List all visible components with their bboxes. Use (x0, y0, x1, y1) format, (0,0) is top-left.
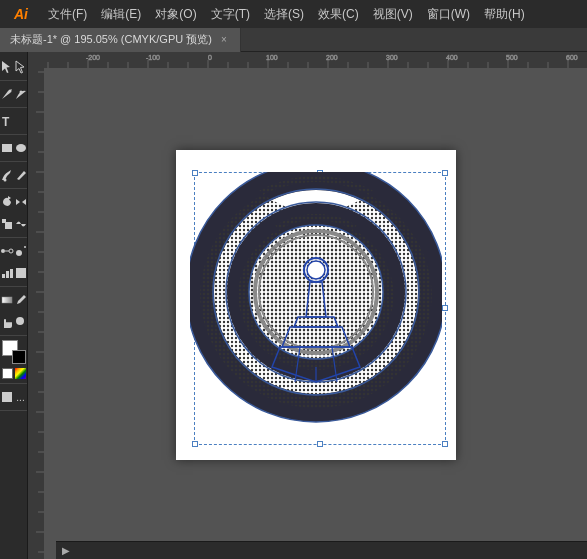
zoom-tool[interactable] (14, 311, 28, 333)
svg-text:100: 100 (266, 54, 278, 61)
tab-label: 未标题-1* @ 195.05% (CMYK/GPU 预览) (10, 32, 212, 47)
svg-point-8 (4, 179, 7, 182)
svg-marker-13 (22, 199, 26, 205)
svg-rect-35 (28, 52, 587, 68)
svg-rect-15 (2, 219, 6, 223)
pen-tools-group (0, 81, 27, 108)
svg-marker-0 (2, 61, 10, 73)
svg-point-22 (24, 246, 26, 248)
handle-tr[interactable] (442, 170, 448, 176)
menu-help[interactable]: 帮助(H) (478, 4, 531, 25)
color-icon[interactable] (15, 368, 26, 379)
svg-rect-72 (28, 52, 44, 559)
svg-text:400: 400 (446, 54, 458, 61)
title-bar: Ai 文件(F) 编辑(E) 对象(O) 文字(T) 选择(S) 效果(C) 视… (0, 0, 587, 28)
color-swatches-group (0, 336, 27, 384)
svg-text:-100: -100 (146, 54, 160, 61)
special-tools-group (0, 238, 27, 287)
selection-tools-group (0, 54, 27, 81)
svg-rect-23 (2, 274, 5, 278)
canvas-area[interactable]: -200 -100 0 100 200 300 (28, 52, 587, 559)
scale-tool[interactable] (0, 213, 14, 235)
curvature-tool[interactable] (14, 83, 28, 105)
ellipse-tool[interactable] (14, 137, 28, 159)
eyedropper-tool[interactable] (14, 289, 28, 311)
pen-tool[interactable] (0, 83, 14, 105)
extra-tools-group: ... (0, 384, 27, 411)
menu-window[interactable]: 窗口(W) (421, 4, 476, 25)
artboard-tool[interactable] (0, 386, 14, 408)
status-text: ▶ (62, 545, 70, 556)
warp-tool[interactable] (14, 213, 28, 235)
selection-tool[interactable] (0, 56, 14, 78)
gradient-tool[interactable] (0, 289, 14, 311)
text-tools-group: T (0, 108, 27, 135)
svg-point-31 (16, 317, 24, 325)
main-layout: T (0, 52, 587, 559)
more-tools[interactable]: ... (14, 386, 27, 408)
line-tool[interactable] (14, 110, 28, 132)
bottom-status-bar: ▶ (56, 541, 587, 559)
document-tab[interactable]: 未标题-1* @ 195.05% (CMYK/GPU 预览) × (0, 28, 241, 52)
svg-marker-1 (16, 61, 24, 73)
artboard (176, 150, 456, 460)
svg-rect-34 (4, 394, 10, 400)
antenna-graphic (190, 172, 442, 452)
menu-edit[interactable]: 编辑(E) (95, 4, 147, 25)
toolbar: T (0, 52, 28, 559)
canvas-inner (44, 68, 587, 541)
svg-text:-200: -200 (86, 54, 100, 61)
utility-tools-group (0, 287, 27, 336)
direct-selection-tool[interactable] (14, 56, 28, 78)
ai-logo: Ai (6, 0, 36, 28)
svg-rect-6 (2, 144, 12, 152)
svg-point-2 (9, 90, 12, 93)
paint-tools-group (0, 162, 27, 189)
rotate-tool[interactable] (0, 191, 14, 213)
pencil-tool[interactable] (14, 164, 28, 186)
svg-line-9 (16, 179, 17, 181)
menu-select[interactable]: 选择(S) (258, 4, 310, 25)
menu-type[interactable]: 文字(T) (205, 4, 256, 25)
tab-bar: 未标题-1* @ 195.05% (CMYK/GPU 预览) × (0, 28, 587, 52)
svg-point-20 (16, 250, 22, 256)
menu-file[interactable]: 文件(F) (42, 4, 93, 25)
horizontal-ruler: -200 -100 0 100 200 300 (28, 52, 587, 68)
svg-text:200: 200 (326, 54, 338, 61)
svg-line-32 (23, 324, 27, 328)
type-tool[interactable]: T (0, 110, 14, 132)
svg-line-5 (16, 116, 26, 126)
none-fill-icon[interactable] (2, 368, 13, 379)
svg-rect-26 (16, 268, 26, 278)
menu-effect[interactable]: 效果(C) (312, 4, 365, 25)
svg-rect-25 (10, 269, 13, 278)
svg-text:300: 300 (386, 54, 398, 61)
mesh-tool[interactable] (14, 262, 28, 284)
symbol-sprayer-tool[interactable] (14, 240, 28, 262)
svg-marker-12 (16, 199, 20, 205)
svg-text:600: 600 (566, 54, 578, 61)
shape-tools-group (0, 135, 27, 162)
svg-point-7 (16, 144, 26, 152)
menu-view[interactable]: 视图(V) (367, 4, 419, 25)
handle-mr[interactable] (442, 305, 448, 311)
transform-tools-group (0, 189, 27, 238)
svg-text:500: 500 (506, 54, 518, 61)
svg-point-17 (1, 249, 5, 253)
menu-object[interactable]: 对象(O) (149, 4, 202, 25)
tab-close-button[interactable]: × (218, 34, 230, 46)
column-graph-tool[interactable] (0, 262, 14, 284)
svg-rect-14 (5, 222, 12, 229)
rectangle-tool[interactable] (0, 137, 14, 159)
menu-bar: 文件(F) 编辑(E) 对象(O) 文字(T) 选择(S) 效果(C) 视图(V… (42, 4, 581, 25)
reflect-tool[interactable] (14, 191, 28, 213)
svg-rect-29 (2, 297, 12, 303)
svg-marker-10 (8, 196, 11, 200)
stroke-color-swatch[interactable] (12, 350, 26, 364)
svg-rect-24 (6, 271, 9, 278)
blend-tool[interactable] (0, 240, 14, 262)
paintbrush-tool[interactable] (0, 164, 14, 186)
hand-tool[interactable] (0, 311, 14, 333)
svg-text:0: 0 (208, 54, 212, 61)
handle-br[interactable] (442, 441, 448, 447)
